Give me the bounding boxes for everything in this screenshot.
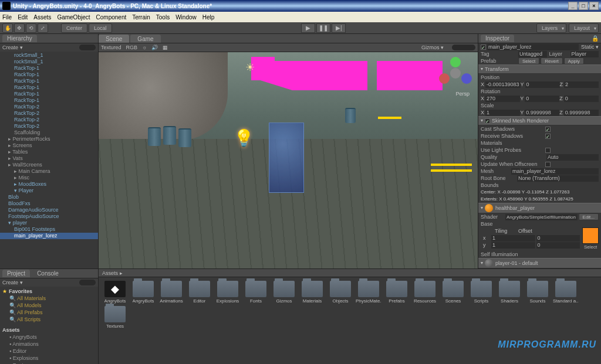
hierarchy-item[interactable]: RackTop-1 xyxy=(0,78,98,84)
prefab-select[interactable]: Select xyxy=(518,57,539,64)
scene-light-icon[interactable]: ☼ xyxy=(142,45,147,50)
hierarchy-item[interactable]: RackTop-1 xyxy=(0,91,98,97)
asset-item[interactable]: Prefabs xyxy=(384,281,410,304)
menu-gameobject[interactable]: GameObject xyxy=(57,14,90,21)
offset-x[interactable]: 0 xyxy=(536,235,580,241)
breadcrumb[interactable]: Assets ▸ xyxy=(99,269,601,277)
hierarchy-item[interactable]: RackTop-2 xyxy=(0,123,98,130)
inspector-lock-icon[interactable]: 🔒 xyxy=(592,35,599,42)
shading-mode[interactable]: Textured xyxy=(101,45,121,50)
pos-z[interactable]: 2 xyxy=(564,81,599,88)
scl-x[interactable]: 1 xyxy=(485,110,520,116)
cast-shadows-checkbox[interactable] xyxy=(545,127,551,132)
hierarchy-item[interactable]: RackTop-1 xyxy=(0,72,98,78)
console-tab[interactable]: Console xyxy=(32,270,63,277)
prefab-revert[interactable]: Revert xyxy=(541,57,563,64)
asset-item[interactable]: Scenes xyxy=(440,281,466,304)
layers-dropdown[interactable]: Layers xyxy=(536,23,566,33)
hierarchy-item[interactable]: main_player_lorez xyxy=(0,233,98,239)
project-tab[interactable]: Project xyxy=(2,270,30,277)
hierarchy-item[interactable]: RackTop-1 xyxy=(0,65,98,72)
close-button[interactable]: × xyxy=(589,2,599,10)
smr-header[interactable]: Skinned Mesh Renderer xyxy=(478,116,601,125)
menu-edit[interactable]: Edit xyxy=(18,14,28,21)
projection-label[interactable]: Persp xyxy=(455,91,470,97)
hierarchy-item[interactable]: ▸ Main Camera xyxy=(0,168,98,175)
asset-item[interactable]: Scripts xyxy=(468,281,494,304)
asset-item[interactable]: Materials xyxy=(299,281,325,304)
scene-viewport[interactable]: 💡 ☀ Persp xyxy=(99,52,478,268)
hierarchy-item[interactable]: RackTop-1 xyxy=(0,84,98,91)
layout-dropdown[interactable]: Layout xyxy=(569,23,599,33)
hierarchy-item[interactable]: RackTop-1 xyxy=(0,97,98,104)
menu-tools[interactable]: Tools xyxy=(156,14,170,21)
scl-z[interactable]: 0.9999998 xyxy=(564,110,599,116)
filter-prefabs[interactable]: 🔍 All Prefabs xyxy=(2,309,96,316)
project-folder[interactable]: ▪ Explosions xyxy=(2,355,96,362)
hierarchy-item[interactable]: ▸ Tables xyxy=(0,149,98,155)
menu-help[interactable]: Help xyxy=(202,14,215,21)
asset-item[interactable]: Objects xyxy=(327,281,353,304)
tag-dropdown[interactable]: Untagged xyxy=(518,51,547,57)
static-dropdown[interactable]: Static ▾ xyxy=(581,43,599,50)
hierarchy-item[interactable]: FootstepAudioSource xyxy=(0,213,98,220)
project-folder[interactable]: ▪ Fonts xyxy=(2,362,96,364)
hierarchy-item[interactable]: RackTop-2 xyxy=(0,117,98,123)
asset-item[interactable]: Fonts xyxy=(243,281,269,304)
swatch-select[interactable]: Select xyxy=(582,244,599,251)
hierarchy-item[interactable]: ▸ PerimeterRocks xyxy=(0,136,98,142)
tab-game[interactable]: Game xyxy=(130,35,160,43)
hierarchy-item[interactable]: RackTop-2 xyxy=(0,110,98,117)
scene-fx-icon[interactable]: ▦ xyxy=(163,45,168,50)
light-probes-checkbox[interactable] xyxy=(545,148,551,153)
hierarchy-item[interactable]: RackTop-2 xyxy=(0,104,98,110)
project-search[interactable] xyxy=(79,280,96,285)
hierarchy-create[interactable]: Create ▾ xyxy=(2,45,23,50)
transform-header[interactable]: Transform xyxy=(478,64,601,74)
hierarchy-item[interactable]: ▸ Screens xyxy=(0,142,98,149)
scale-tool[interactable]: ⤢ xyxy=(38,23,48,33)
recv-shadows-checkbox[interactable] xyxy=(545,134,551,139)
pivot-toggle[interactable]: Center xyxy=(61,23,87,33)
hierarchy-tab[interactable]: Hierarchy xyxy=(2,35,37,42)
asset-item[interactable]: PhysicMate... xyxy=(356,281,381,304)
hierarchy-item[interactable]: ▾ Player xyxy=(0,188,98,194)
asset-item[interactable]: Animations xyxy=(158,281,184,304)
hand-tool[interactable]: ✋ xyxy=(2,23,13,33)
hierarchy-tree[interactable]: rockSmall_1rockSmall_1RackTop-1RackTop-1… xyxy=(0,52,98,268)
mesh-field[interactable]: main_player_lorez xyxy=(511,168,599,175)
orientation-gizmo[interactable] xyxy=(439,57,472,90)
assets-root[interactable]: Assets xyxy=(2,326,96,334)
base-texture-swatch[interactable] xyxy=(582,227,599,244)
hierarchy-item[interactable]: Blob xyxy=(0,194,98,200)
project-folder[interactable]: ▪ Animations xyxy=(2,341,96,348)
quality-dropdown[interactable]: Auto xyxy=(546,154,599,161)
tab-scene[interactable]: Scene xyxy=(99,35,129,43)
project-create[interactable]: Create ▾ xyxy=(2,280,23,285)
tiling-x[interactable]: 1 xyxy=(491,235,535,241)
offset-y[interactable]: 0 xyxy=(536,242,580,249)
material-1-header[interactable]: healthbar_player xyxy=(478,203,601,213)
hierarchy-item[interactable]: ▸ MoodBoxes xyxy=(0,181,98,188)
gameobject-name[interactable]: main_player_lorez xyxy=(487,44,579,50)
asset-item[interactable]: Explosions xyxy=(215,281,241,304)
rot-y[interactable]: 0 xyxy=(525,96,559,102)
hierarchy-item[interactable]: ▸ Misc xyxy=(0,175,98,181)
step-button[interactable]: ▶| xyxy=(332,23,346,33)
inspector-tab[interactable]: Inspector xyxy=(481,35,514,42)
gizmos-dropdown[interactable]: Gizmos ▾ xyxy=(421,45,444,50)
maximize-button[interactable]: □ xyxy=(579,2,588,10)
rot-z[interactable]: 0 xyxy=(564,96,599,102)
hierarchy-item[interactable]: ▸ Vats xyxy=(0,155,98,162)
hierarchy-item[interactable]: Bip001 Footsteps xyxy=(0,226,98,233)
project-folder[interactable]: ▪ AngryBots xyxy=(2,334,96,341)
pos-y[interactable]: 0 xyxy=(525,81,560,88)
move-tool[interactable]: ✥ xyxy=(14,23,25,33)
prefab-apply[interactable]: Apply xyxy=(564,57,584,64)
layer-dropdown[interactable]: Player xyxy=(570,51,599,57)
shader-edit[interactable]: Edit... xyxy=(579,213,599,220)
asset-item[interactable]: Standard a... xyxy=(553,281,579,304)
rotate-tool[interactable]: ⟲ xyxy=(26,23,36,33)
asset-item[interactable]: Textures xyxy=(102,306,128,329)
render-mode[interactable]: RGB xyxy=(126,45,138,50)
